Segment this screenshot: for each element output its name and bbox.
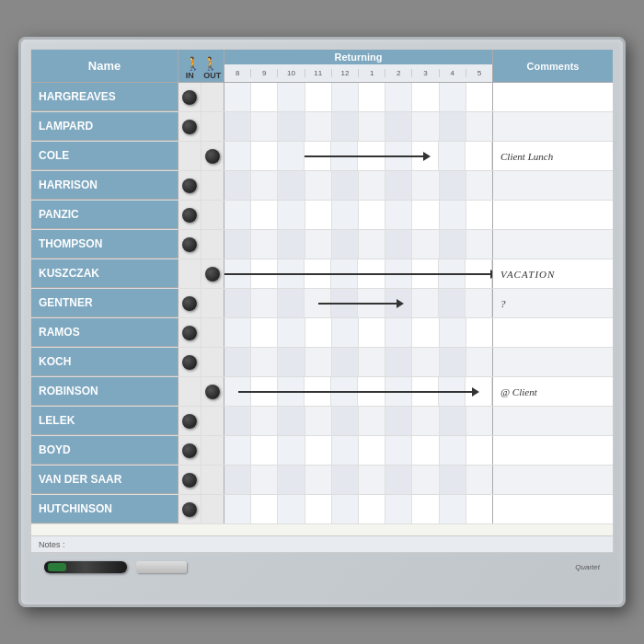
- hour-cell: [359, 348, 385, 376]
- cell-out: [201, 112, 224, 141]
- table-row: THOMPSON: [31, 230, 613, 259]
- hour-cell: [466, 495, 492, 523]
- cell-name: THOMPSON: [31, 230, 178, 259]
- header-comments: Comments: [493, 50, 613, 82]
- in-magnet: [182, 473, 197, 488]
- hour-cell: [251, 436, 278, 465]
- notes-label: Notes :: [39, 540, 65, 549]
- hour-cell: [278, 201, 305, 229]
- cell-out: [201, 83, 224, 111]
- cell-in: [178, 407, 201, 435]
- cell-returning: [224, 230, 493, 259]
- hour-cell: [440, 112, 466, 141]
- cell-name: HARRISON: [31, 171, 178, 200]
- hour-cell: [305, 407, 332, 435]
- cell-name: VAN DER SAAR: [31, 466, 178, 494]
- cell-out: [201, 171, 224, 200]
- hour-cell: [412, 112, 439, 141]
- hour-cell: [385, 348, 412, 376]
- table-row: KOCH: [31, 348, 613, 377]
- hour-cell: [224, 495, 251, 523]
- board-surface: Name 🚶 🚶 IN OUT Returning 8910111212345: [30, 49, 614, 553]
- arrow-head: [472, 387, 479, 397]
- hour-cell: [251, 289, 278, 317]
- brand-label: Quartet: [575, 563, 600, 571]
- in-magnet: [182, 178, 197, 193]
- in-magnet: [182, 237, 197, 252]
- hour-cell: [359, 83, 385, 111]
- cell-comments: [493, 436, 613, 465]
- comment-text: ?: [500, 298, 506, 309]
- cell-name: HARGREAVES: [31, 83, 178, 111]
- hour-cell: [332, 83, 359, 111]
- cell-name: KUSZCZAK: [31, 259, 178, 288]
- hour-cell: [251, 230, 278, 259]
- hour-cell: [278, 230, 305, 259]
- hour-cell: [385, 171, 412, 200]
- cell-returning: [224, 259, 493, 288]
- hour-cell: [466, 171, 492, 200]
- hour-cell: [224, 201, 251, 229]
- hour-cell: [466, 83, 492, 111]
- cell-comments: [493, 318, 613, 347]
- hour-cell: [439, 289, 466, 317]
- hour-cell: [466, 142, 492, 170]
- hour-cell: [385, 436, 412, 465]
- hour-label-9: 9: [251, 69, 278, 77]
- comment-text: Client Lunch: [500, 151, 553, 162]
- arrow-head: [397, 299, 404, 308]
- hour-cell: [278, 407, 305, 435]
- hour-cell: [440, 348, 466, 376]
- table-row: GENTNER?: [31, 289, 613, 318]
- table-row: COLEClient Lunch: [31, 142, 613, 171]
- hour-cell: [466, 230, 492, 259]
- hour-cell: [332, 466, 359, 494]
- returning-arrow: [318, 303, 398, 305]
- hour-label-5: 5: [466, 69, 492, 77]
- hour-cell: [412, 201, 439, 229]
- hour-cell: [305, 230, 332, 259]
- cell-comments: Client Lunch: [493, 142, 613, 170]
- cell-out: [201, 436, 224, 465]
- hour-label-11: 11: [305, 69, 332, 77]
- cell-comments: VACATION: [493, 259, 613, 288]
- hour-cell: [466, 407, 492, 435]
- hour-cell: [440, 495, 466, 523]
- cell-in: [178, 495, 201, 523]
- hour-cell: [332, 348, 359, 376]
- eraser: [136, 561, 187, 573]
- cell-returning: [224, 83, 493, 111]
- in-magnet: [182, 443, 197, 458]
- hour-cell: [278, 142, 305, 170]
- cell-in: [178, 466, 201, 494]
- hour-cell: [251, 318, 278, 347]
- hour-cell: [305, 201, 332, 229]
- cell-name: RAMOS: [31, 318, 178, 347]
- hour-cell: [359, 230, 385, 259]
- cell-in: [178, 201, 201, 229]
- hour-cell: [251, 142, 278, 170]
- header-name: Name: [31, 50, 178, 82]
- cell-comments: @ Client: [493, 377, 613, 406]
- hour-cell: [439, 142, 466, 170]
- out-magnet: [205, 149, 220, 164]
- cell-returning: [224, 201, 493, 229]
- table-row: RAMOS: [31, 318, 613, 348]
- hour-cell: [305, 318, 332, 347]
- arrow-head: [423, 152, 431, 161]
- header-in-out: 🚶 🚶 IN OUT: [178, 50, 224, 82]
- hour-cell: [224, 289, 251, 317]
- hour-cell: [305, 495, 332, 523]
- cell-comments: [493, 171, 613, 200]
- hour-cell: [440, 318, 466, 347]
- in-magnet: [182, 90, 197, 105]
- hour-cell: [466, 348, 492, 376]
- hour-cell: [251, 348, 278, 376]
- hour-cell: [359, 171, 385, 200]
- hour-cell: [224, 83, 251, 111]
- hour-cell: [224, 466, 251, 494]
- hour-label-3: 3: [412, 69, 439, 77]
- cell-in: [178, 259, 201, 288]
- hour-label-4: 4: [440, 69, 466, 77]
- hour-cell: [278, 495, 305, 523]
